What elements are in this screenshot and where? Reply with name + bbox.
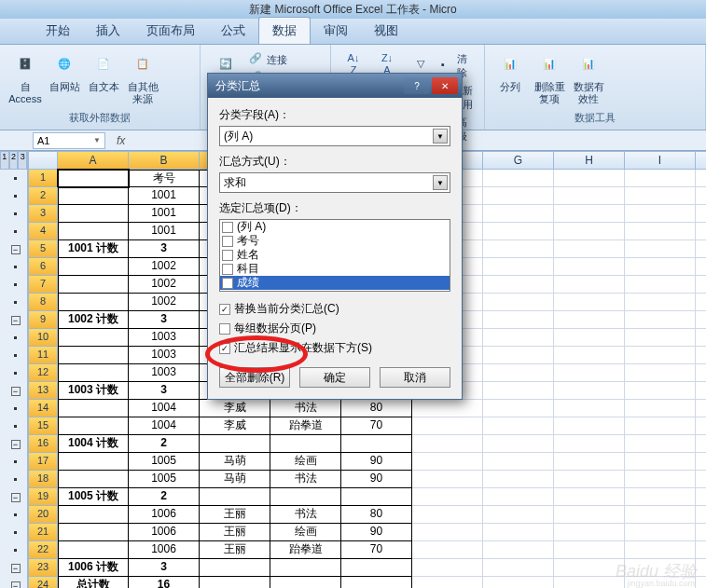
cell[interactable]: 1002 计数	[58, 311, 129, 329]
cell[interactable]	[554, 453, 625, 471]
cell[interactable]	[270, 577, 341, 588]
cell[interactable]	[554, 170, 625, 187]
row-header[interactable]: 23	[28, 559, 58, 577]
cell[interactable]	[58, 524, 129, 541]
cell[interactable]	[483, 170, 554, 187]
col-header-I[interactable]: I	[625, 151, 696, 170]
cell[interactable]	[625, 506, 696, 524]
row-header[interactable]: 10	[28, 329, 58, 347]
outline-toggle[interactable]: −	[4, 435, 27, 453]
cell[interactable]	[696, 417, 706, 435]
cell[interactable]	[483, 453, 554, 471]
cell[interactable]	[554, 524, 625, 541]
cell[interactable]: 1001	[129, 205, 200, 223]
outline-toggle[interactable]	[4, 364, 27, 382]
cell[interactable]	[625, 471, 696, 488]
cell[interactable]	[58, 364, 129, 382]
cell[interactable]: 1005	[129, 471, 200, 488]
tool-2[interactable]: 📊数据有效性	[569, 48, 608, 107]
cell[interactable]	[483, 435, 554, 453]
row-header[interactable]: 9	[28, 311, 58, 329]
outline-level-3[interactable]: 3	[18, 151, 27, 170]
cell[interactable]	[58, 170, 129, 187]
outline-toggle[interactable]	[4, 276, 27, 294]
tab-开始[interactable]: 开始	[33, 18, 83, 44]
ok-button[interactable]: 确定	[299, 367, 370, 388]
cell[interactable]: 90	[341, 524, 412, 541]
cell[interactable]	[625, 453, 696, 471]
cell[interactable]	[625, 435, 696, 453]
cell[interactable]	[483, 329, 554, 347]
cell[interactable]: 1001	[129, 187, 200, 205]
pagebreak-checkbox[interactable]: 每组数据分页(P)	[219, 321, 450, 336]
cell[interactable]	[554, 240, 625, 258]
outline-level-2[interactable]: 2	[9, 151, 19, 170]
cell[interactable]	[554, 577, 625, 588]
cell[interactable]	[200, 435, 270, 453]
method-combobox[interactable]: 求和 ▼	[219, 172, 450, 193]
cell[interactable]: 2	[129, 435, 200, 453]
col-header-J[interactable]: J	[696, 151, 706, 170]
row-header[interactable]: 19	[28, 488, 58, 506]
cell[interactable]	[554, 187, 625, 205]
cell[interactable]	[270, 559, 341, 577]
cell[interactable]: 80	[341, 506, 412, 524]
cell[interactable]: 3	[129, 311, 200, 329]
cell[interactable]	[625, 187, 696, 205]
cell[interactable]	[412, 488, 483, 506]
cell[interactable]	[341, 488, 412, 506]
row-header[interactable]: 14	[28, 400, 58, 417]
cell[interactable]	[625, 488, 696, 506]
cell[interactable]	[554, 223, 625, 240]
row-header[interactable]: 21	[28, 524, 58, 541]
cell[interactable]	[696, 506, 706, 524]
cell[interactable]	[58, 471, 129, 488]
cell[interactable]: 考号	[129, 170, 200, 187]
tab-插入[interactable]: 插入	[83, 18, 133, 44]
cell[interactable]	[483, 258, 554, 276]
list-item[interactable]: ✓成绩	[220, 276, 450, 290]
cell[interactable]: 跆拳道	[270, 541, 341, 559]
cell[interactable]	[554, 347, 625, 364]
row-header[interactable]: 24	[28, 577, 58, 588]
cell[interactable]: 1002	[129, 258, 200, 276]
cell[interactable]	[341, 577, 412, 588]
cell[interactable]	[483, 471, 554, 488]
cell[interactable]	[58, 276, 129, 294]
cell[interactable]: 总计数	[58, 577, 129, 588]
cell[interactable]: 3	[129, 240, 200, 258]
conn-item-0[interactable]: 🔗连接	[245, 50, 311, 69]
cell[interactable]: 马萌	[200, 453, 270, 471]
cell[interactable]	[625, 524, 696, 541]
cell[interactable]: 1004 计数	[58, 435, 129, 453]
cell[interactable]: 1006	[129, 506, 200, 524]
outline-toggle[interactable]	[4, 453, 27, 471]
outline-toggle[interactable]	[4, 223, 27, 240]
cell[interactable]	[625, 417, 696, 435]
outline-toggle[interactable]	[4, 417, 27, 435]
cell[interactable]	[58, 400, 129, 417]
tab-审阅[interactable]: 审阅	[311, 18, 361, 44]
cell[interactable]	[483, 364, 554, 382]
row-header[interactable]: 17	[28, 453, 58, 471]
cell[interactable]	[554, 559, 625, 577]
cell[interactable]	[412, 453, 483, 471]
col-header-A[interactable]: A	[58, 151, 129, 170]
cell[interactable]: 70	[341, 417, 412, 435]
cell[interactable]	[200, 559, 270, 577]
list-item[interactable]: 姓名	[220, 248, 450, 262]
row-header[interactable]: 18	[28, 471, 58, 488]
cell[interactable]	[625, 382, 696, 400]
col-header-B[interactable]: B	[129, 151, 200, 170]
cell[interactable]: 绘画	[270, 524, 341, 541]
tab-页面布局[interactable]: 页面布局	[133, 18, 208, 44]
cell[interactable]	[58, 223, 129, 240]
cell[interactable]	[696, 577, 706, 588]
cell[interactable]	[625, 170, 696, 187]
cell[interactable]	[483, 417, 554, 435]
cell[interactable]: 绘画	[270, 453, 341, 471]
cell[interactable]: 16	[129, 577, 200, 588]
external-data-0[interactable]: 🗄️自 Access	[6, 48, 45, 107]
cell[interactable]	[554, 311, 625, 329]
tab-公式[interactable]: 公式	[208, 18, 258, 44]
